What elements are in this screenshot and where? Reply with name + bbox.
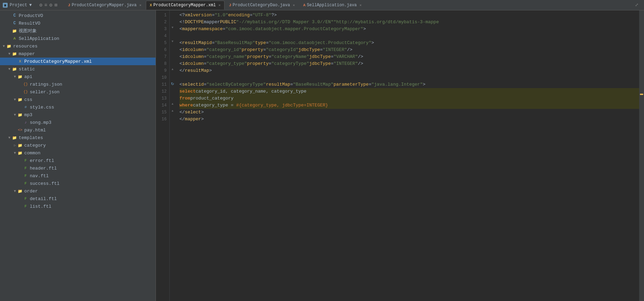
sidebar-item-mp3[interactable]: ▼ 📁 mp3 (0, 111, 156, 119)
main-layout: C ProductVO C ResultVO 📁 视图对象 A SellAppl… (0, 10, 644, 301)
sidebar-item-viewobj[interactable]: 📁 视图对象 (0, 27, 156, 35)
tree-arrow[interactable]: ▷ (12, 143, 17, 148)
tree-arrow[interactable] (18, 204, 23, 209)
fold-cell-5[interactable]: ▼ (170, 38, 175, 45)
tree-arrow[interactable] (18, 181, 23, 186)
sidebar-item-templates[interactable]: ▼ 📁 templates (0, 134, 156, 141)
sidebar-item-common[interactable]: ▼ 📁 common (0, 149, 156, 157)
line-number-3: 3 (159, 26, 167, 33)
tree-label: category (24, 143, 46, 148)
expand-icon[interactable]: ⤢ (635, 2, 638, 8)
sidebar-item-category[interactable]: ▷ 📁 category (0, 141, 156, 149)
tab-tab4[interactable]: ASellApplication.java✕ (299, 1, 365, 10)
tree-arrow[interactable] (12, 128, 17, 132)
fold-cell-14[interactable]: ▲ (170, 101, 175, 108)
editor-minimap[interactable] (639, 10, 644, 301)
tab-tab3[interactable]: JProductCategoryDao.java✕ (225, 1, 299, 10)
gear2-icon[interactable]: ⚙ (49, 2, 52, 8)
tree-arrow[interactable]: ▼ (12, 189, 17, 194)
code-editor[interactable]: 12345678910111213141516 ▼▼▲↻▲▲ <?xml ver… (156, 10, 644, 301)
tree-label: pay.html (24, 128, 46, 133)
tree-arrow[interactable]: ▼ (7, 67, 12, 71)
tree-arrow[interactable] (7, 28, 12, 33)
tree-arrow[interactable] (12, 59, 17, 64)
fold-cell-3[interactable]: ▼ (170, 24, 175, 31)
sidebar-item-sellapplication[interactable]: A SellApplication (0, 35, 156, 42)
tree-label: list.ftl (30, 204, 51, 209)
fold-cell-11[interactable]: ↻ (170, 80, 175, 87)
sidebar-item-header-ftl[interactable]: F header.ftl (0, 164, 156, 172)
fold-cell-10 (170, 73, 175, 80)
line-number-12: 12 (159, 88, 167, 95)
settings-icon[interactable]: ⚙ (39, 2, 42, 8)
tree-arrow[interactable] (18, 120, 23, 125)
sidebar-item-ratings-json[interactable]: {} ratings.json (0, 80, 156, 88)
tree-icon: 📁 (12, 51, 17, 57)
sidebar-item-static[interactable]: ▼ 📁 static (0, 65, 156, 73)
tree-arrow[interactable] (18, 105, 23, 110)
tab-close-icon[interactable]: ✕ (219, 3, 221, 7)
sidebar-item-api[interactable]: ▼ 📁 api (0, 73, 156, 80)
tree-label: ProductVO (19, 13, 43, 18)
tree-arrow[interactable]: ▼ (1, 44, 6, 49)
fold-icon[interactable]: ▼ (171, 40, 173, 43)
sidebar-item-resultvo[interactable]: C ResultVO (0, 19, 156, 27)
sidebar-item-mapper[interactable]: ▼ 📁 mapper (0, 50, 156, 58)
tree-arrow[interactable]: ▼ (7, 51, 12, 56)
sidebar-item-seller-json[interactable]: {} seller.json (0, 88, 156, 96)
tree-arrow[interactable] (18, 158, 23, 163)
sidebar-item-detail-ftl[interactable]: F detail.ftl (0, 195, 156, 203)
tab-close-icon[interactable]: ✕ (139, 3, 141, 7)
tab-label: ProductCategoryDao.java (233, 3, 290, 8)
tree-arrow[interactable] (7, 21, 12, 26)
tree-icon: 📁 (17, 112, 23, 118)
tree-arrow[interactable] (18, 166, 23, 171)
code-line-14: where category_type = #{category_type, j… (179, 102, 639, 109)
tree-arrow[interactable] (18, 89, 23, 94)
project-sidebar[interactable]: C ProductVO C ResultVO 📁 视图对象 A SellAppl… (0, 10, 156, 301)
tree-arrow[interactable]: ▼ (12, 97, 17, 102)
tab-close-icon[interactable]: ✕ (360, 3, 362, 7)
fold-icon[interactable]: ▲ (171, 68, 173, 71)
fold-icon[interactable]: ▲ (171, 102, 173, 106)
sidebar-item-nav-ftl[interactable]: F nav.ftl (0, 172, 156, 180)
fold-cell-9[interactable]: ▲ (170, 66, 175, 73)
tree-arrow[interactable] (18, 82, 23, 87)
fold-cell-4 (170, 31, 175, 38)
tab-tab1[interactable]: JProductCategoryMapper.java✕ (64, 1, 145, 10)
tree-icon: # (23, 104, 28, 110)
code-line-10 (179, 74, 639, 81)
tree-arrow[interactable] (7, 13, 12, 18)
code-line-3: <mapper namespace="com.imooc.dataobject.… (179, 26, 639, 33)
fold-icon[interactable]: ▼ (171, 26, 173, 29)
tree-arrow[interactable] (7, 36, 12, 41)
layout-icon[interactable]: ⊞ (54, 2, 57, 8)
sidebar-item-error-ftl[interactable]: F error.ftl (0, 157, 156, 164)
sidebar-item-success-ftl[interactable]: F success.ftl (0, 180, 156, 187)
code-line-16: </mapper> (179, 116, 639, 123)
tree-arrow[interactable]: ▼ (12, 74, 17, 79)
structure-icon[interactable]: ≡ (44, 2, 47, 8)
fold-icon[interactable]: ▲ (171, 109, 173, 113)
tree-icon: 📁 (12, 28, 17, 34)
tree-arrow[interactable]: ▼ (12, 150, 17, 155)
sidebar-item-css[interactable]: ▼ 📁 css (0, 96, 156, 103)
sidebar-item-list-ftl[interactable]: F list.ftl (0, 203, 156, 210)
tree-arrow[interactable]: ▼ (7, 135, 12, 140)
tab-close-icon[interactable]: ✕ (293, 3, 295, 7)
tree-arrow[interactable] (18, 196, 23, 201)
sidebar-item-productvo[interactable]: C ProductVO (0, 12, 156, 19)
sidebar-item-style-css[interactable]: # style.css (0, 103, 156, 111)
project-dropdown-icon[interactable]: ▼ (29, 3, 32, 8)
code-line-7: <id column="category_name" property="cat… (179, 53, 639, 60)
fold-cell-15[interactable]: ▲ (170, 108, 175, 114)
sidebar-item-pay-html[interactable]: <> pay.html (0, 126, 156, 134)
tab-tab2[interactable]: XProductCategoryMapper.xml✕ (146, 1, 224, 10)
sidebar-item-productcategorymapper-xml[interactable]: X ProductCategoryMapper.xml (0, 58, 156, 65)
line-number-14: 14 (159, 102, 167, 109)
sidebar-item-order[interactable]: ▼ 📁 order (0, 187, 156, 195)
sidebar-item-song-mp3[interactable]: ♪ song.mp3 (0, 119, 156, 126)
tree-arrow[interactable]: ▼ (12, 112, 17, 117)
sidebar-item-resources[interactable]: ▼ 📁 resources (0, 42, 156, 50)
tree-arrow[interactable] (18, 173, 23, 178)
